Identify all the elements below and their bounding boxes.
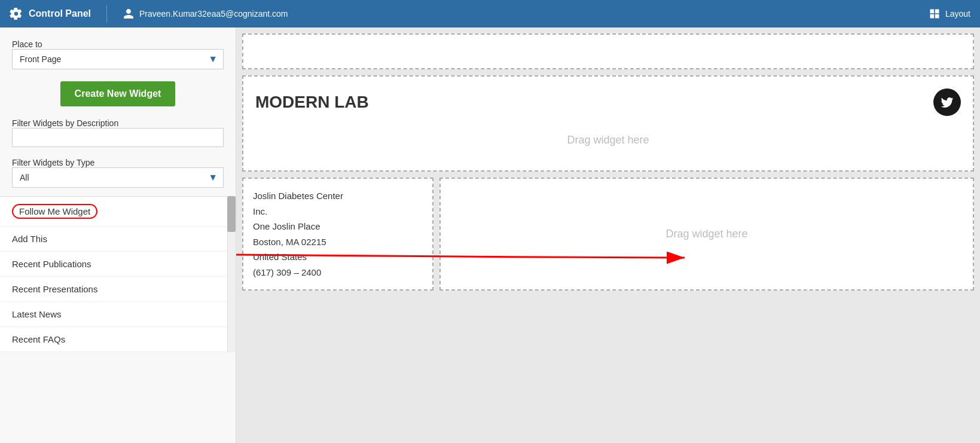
place-to-select[interactable]: Front Page Home Page Dashboard [12, 49, 224, 69]
list-item-follow-me[interactable]: Follow Me Widget [0, 197, 236, 227]
sidebar: Place to Front Page Home Page Dashboard … [0, 28, 236, 443]
address-line-2: Inc. [253, 204, 423, 219]
header-left: Control Panel Praveen.Kumar32eaa5@cogniz… [10, 5, 288, 23]
follow-me-widget-label: Follow Me Widget [12, 204, 97, 219]
address-line-5: United States [253, 249, 423, 265]
widget-list-container: Follow Me Widget Add This Recent Publica… [0, 196, 236, 352]
filter-description-label: Filter Widgets by Description [12, 118, 118, 128]
address-line-3: One Joslin Place [253, 219, 423, 234]
address-box: Joslin Diabetes Center Inc. One Joslin P… [242, 178, 433, 291]
latest-news-label: Latest News [12, 309, 62, 319]
header-right[interactable]: Layout [929, 8, 970, 20]
modern-lab-title: MODERN LAB [255, 93, 369, 112]
place-to-label: Place to [12, 39, 42, 49]
recent-faqs-label: Recent FAQs [12, 334, 65, 344]
recent-publications-label: Recent Publications [12, 259, 91, 269]
layout-label: Layout [945, 9, 970, 19]
address-line-1: Joslin Diabetes Center [253, 188, 423, 204]
list-item-add-this[interactable]: Add This [0, 227, 236, 252]
place-to-wrapper: Front Page Home Page Dashboard ▼ [12, 49, 224, 69]
address-line-4: Boston, MA 02215 [253, 234, 423, 250]
header: Control Panel Praveen.Kumar32eaa5@cogniz… [0, 0, 980, 28]
user-email: Praveen.Kumar32eaa5@cognizant.com [139, 9, 288, 19]
filter-description-input[interactable] [12, 128, 224, 147]
gear-icon [10, 7, 23, 20]
layout-icon [929, 8, 941, 20]
bottom-row: Joslin Diabetes Center Inc. One Joslin P… [242, 178, 974, 291]
header-user: Praveen.Kumar32eaa5@cognizant.com [123, 8, 288, 20]
modern-lab-header: MODERN LAB [255, 88, 961, 116]
main-layout: Place to Front Page Home Page Dashboard … [0, 28, 980, 443]
twitter-icon [933, 88, 961, 116]
drag-widget-here-right: Drag widget here [665, 228, 747, 240]
list-item-recent-publications[interactable]: Recent Publications [0, 252, 236, 277]
drag-widget-here-top[interactable]: Drag widget here [255, 122, 961, 158]
drop-zone-top[interactable] [242, 33, 974, 69]
add-this-label: Add This [12, 234, 47, 244]
modern-lab-section: MODERN LAB Drag widget here [242, 75, 974, 172]
drag-zone-right[interactable]: Drag widget here [439, 178, 974, 291]
twitter-bird-icon [940, 95, 954, 109]
list-item-latest-news[interactable]: Latest News [0, 302, 236, 327]
filter-type-label: Filter Widgets by Type [12, 158, 94, 167]
filter-type-wrapper: All Content Social News ▼ [12, 167, 224, 188]
user-icon [123, 8, 135, 20]
recent-presentations-label: Recent Presentations [12, 284, 97, 294]
header-divider [106, 5, 107, 23]
scrollbar-thumb[interactable] [227, 196, 236, 232]
header-title: Control Panel [29, 8, 91, 19]
content-area: MODERN LAB Drag widget here Joslin Diabe… [236, 28, 980, 443]
filter-type-select[interactable]: All Content Social News [12, 167, 224, 188]
create-new-widget-button[interactable]: Create New Widget [60, 81, 176, 106]
scrollbar-track[interactable] [227, 196, 236, 352]
list-item-recent-presentations[interactable]: Recent Presentations [0, 277, 236, 302]
address-line-6: (617) 309 – 2400 [253, 265, 423, 280]
widget-list: Follow Me Widget Add This Recent Publica… [0, 196, 236, 352]
list-item-recent-faqs[interactable]: Recent FAQs [0, 327, 236, 352]
